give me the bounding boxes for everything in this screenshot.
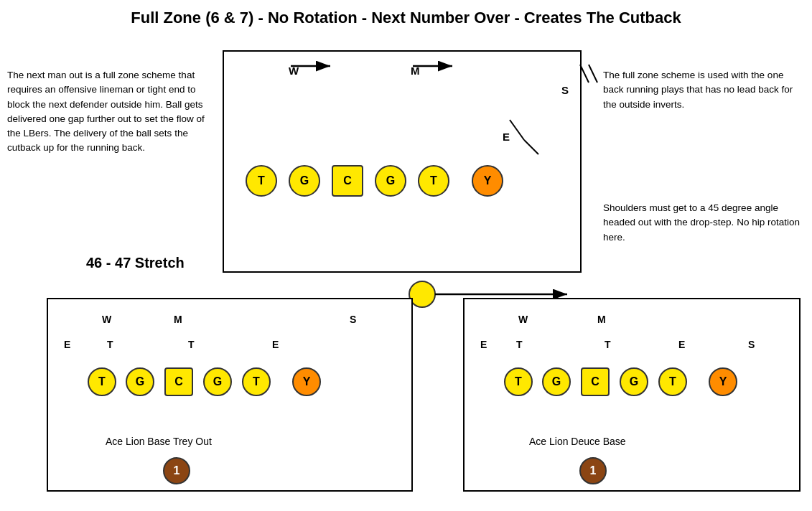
svg-line-5 [589, 65, 597, 83]
bl-player-C: C [164, 367, 193, 396]
br-player-Y: Y [709, 367, 737, 396]
br-formation-label: Ace Lion Deuce Base [529, 436, 626, 447]
top-e-label: E [503, 131, 510, 143]
player-Y: Y [472, 165, 503, 197]
top-m-label: M [411, 65, 420, 77]
br-t2-def: T [605, 339, 611, 350]
bl-s-label: S [350, 314, 356, 325]
br-ball: 1 [579, 457, 607, 484]
bl-player-T2: T [242, 367, 271, 396]
player-G1: G [289, 165, 320, 197]
bl-w-label: W [102, 314, 111, 325]
br-e2-label: E [678, 339, 685, 350]
player-G2: G [375, 165, 406, 197]
player-T1: T [246, 165, 277, 197]
right-description-1: The full zone scheme is used with the on… [603, 68, 804, 112]
br-e1-label: E [480, 339, 487, 350]
top-w-label: W [289, 65, 299, 77]
bl-ball: 1 [163, 457, 190, 484]
bl-player-Y: Y [292, 367, 321, 396]
bl-t1-def: T [107, 339, 113, 350]
bl-player-T1: T [88, 367, 116, 396]
br-player-G1: G [542, 367, 571, 396]
br-player-C: C [581, 367, 610, 396]
bl-player-G1: G [126, 367, 154, 396]
bl-player-G2: G [203, 367, 232, 396]
right-description-2: Shoulders must get to a 45 degree angle … [603, 201, 804, 245]
bl-e1-label: E [64, 339, 70, 350]
bottom-left-diagram: W M S E T T E T G C G T Y Ace Lion Base … [47, 298, 413, 492]
br-w-label: W [518, 314, 528, 325]
bl-formation-label: Ace Lion Base Trey Out [106, 436, 212, 447]
br-player-T1: T [504, 367, 533, 396]
br-m-label: M [597, 314, 606, 325]
bottom-right-diagram: W M E T T E S T G C G T Y Ace Lion Deuce… [463, 298, 801, 492]
top-s-label: S [561, 84, 569, 96]
bl-t2-def: T [188, 339, 195, 350]
svg-point-8 [409, 281, 435, 307]
br-player-T2: T [658, 367, 687, 396]
br-t1-def: T [516, 339, 523, 350]
bl-e2-label: E [272, 339, 279, 350]
br-player-G2: G [620, 367, 648, 396]
page-title: Full Zone (6 & 7) - No Rotation - Next N… [0, 0, 812, 32]
player-C: C [332, 165, 363, 197]
bl-m-label: M [174, 314, 182, 325]
top-diagram: W M S E T G C G T Y [223, 50, 582, 273]
left-description: The next man out is a full zone scheme t… [7, 68, 208, 156]
br-s-label: S [748, 339, 755, 350]
player-T2: T [418, 165, 449, 197]
stretch-label: 46 - 47 Stretch [86, 255, 185, 271]
